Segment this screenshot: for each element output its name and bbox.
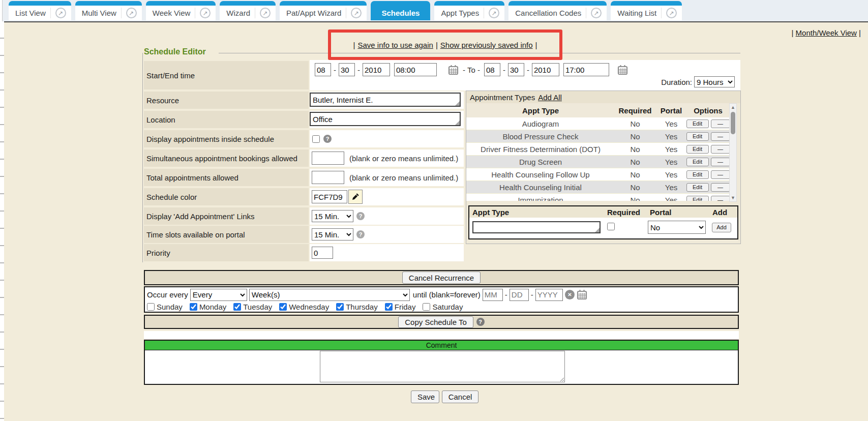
until-year-input[interactable] <box>535 289 563 301</box>
edit-button[interactable]: Edit <box>686 196 709 201</box>
cancel-button[interactable]: Cancel <box>442 390 478 403</box>
month-week-view-link[interactable]: Month/Week View <box>796 28 857 37</box>
tab-appt-types[interactable]: Appt Types ↗ <box>434 1 504 20</box>
edit-button[interactable]: Edit <box>686 170 709 179</box>
month-week-view-linkbar: | Month/Week View | <box>792 28 861 37</box>
copy-schedule-to-button[interactable]: Copy Schedule To <box>398 316 473 328</box>
simultaneous-input[interactable] <box>312 152 344 165</box>
scroll-down-icon[interactable]: ▼ <box>731 194 735 201</box>
external-link-icon[interactable]: ↗ <box>55 8 66 18</box>
edit-button[interactable]: Edit <box>686 145 709 154</box>
start-time-input[interactable] <box>394 63 437 76</box>
tab-waiting-list[interactable]: Waiting List ↗ <box>611 1 682 20</box>
location-label: Location <box>144 111 309 128</box>
end-month-input[interactable] <box>484 63 500 76</box>
thursday-checkbox[interactable] <box>336 303 344 311</box>
schedule-color-input[interactable] <box>312 190 347 203</box>
end-day-input[interactable] <box>508 63 524 76</box>
edit-button[interactable]: Edit <box>686 158 709 166</box>
table-scrollbar[interactable]: ▲ ▼ <box>729 103 737 202</box>
resize-grip-icon[interactable] <box>595 228 600 232</box>
duration-select[interactable]: 9 Hours <box>694 76 735 87</box>
new-appt-type-input[interactable] <box>472 221 601 233</box>
external-link-icon[interactable]: ↗ <box>666 8 677 18</box>
save-button[interactable]: Save <box>411 390 439 403</box>
monday-checkbox[interactable] <box>190 303 197 311</box>
tab-multi-view[interactable]: Multi View ↗ <box>75 1 142 20</box>
add-all-link[interactable]: Add All <box>538 93 562 102</box>
show-saved-info-link[interactable]: Show previously saved info <box>440 41 533 49</box>
end-time-input[interactable] <box>563 63 609 76</box>
day-thursday[interactable]: Thursday <box>336 303 378 311</box>
display-inside-checkbox[interactable] <box>312 135 320 143</box>
edit-button[interactable]: Edit <box>686 183 709 192</box>
tab-pat-appt-wizard[interactable]: Pat/Appt Wizard ↗ <box>280 1 367 20</box>
cancel-recurrence-button[interactable]: Cancel Recurrence <box>402 272 481 284</box>
resize-grip-icon[interactable] <box>455 101 460 106</box>
help-icon[interactable]: ? <box>323 135 332 143</box>
saturday-checkbox[interactable] <box>423 303 430 311</box>
external-link-icon[interactable]: ↗ <box>489 8 499 18</box>
tab-schedules[interactable]: Schedules <box>371 1 430 20</box>
tab-list-view[interactable]: List View ↗ <box>9 1 71 20</box>
external-link-icon[interactable]: ↗ <box>351 8 362 18</box>
scroll-up-icon[interactable]: ▲ <box>731 104 735 111</box>
resize-grip-icon[interactable] <box>455 121 460 125</box>
help-icon[interactable]: ? <box>356 212 365 220</box>
recurrence-period-select[interactable]: Week(s) <box>249 289 410 301</box>
remove-button[interactable]: — <box>711 119 730 128</box>
until-day-input[interactable] <box>510 289 529 301</box>
tab-wizard[interactable]: Wizard ↗ <box>220 1 276 20</box>
start-year-input[interactable] <box>363 63 390 76</box>
day-monday[interactable]: Monday <box>190 303 226 311</box>
table-row: ImmunizationNoYes Edit— <box>466 194 729 201</box>
new-appt-portal-select[interactable]: No <box>648 221 706 234</box>
clear-date-icon[interactable]: ✕ <box>565 290 575 299</box>
day-friday[interactable]: Friday <box>385 303 416 311</box>
remove-button[interactable]: — <box>711 158 730 166</box>
remove-button[interactable]: — <box>711 196 730 201</box>
portal-slots-interval-select[interactable]: 15 Min. <box>312 228 353 240</box>
help-icon[interactable]: ? <box>476 318 485 326</box>
scrollbar-thumb[interactable] <box>731 112 735 134</box>
day-tuesday[interactable]: Tuesday <box>233 303 272 311</box>
day-sunday[interactable]: Sunday <box>147 303 183 311</box>
external-link-icon[interactable]: ↗ <box>126 8 137 18</box>
color-picker-button[interactable] <box>348 190 363 204</box>
add-links-interval-select[interactable]: 15 Min. <box>312 210 353 222</box>
total-appointments-input[interactable] <box>312 171 344 184</box>
external-link-icon[interactable]: ↗ <box>591 8 602 18</box>
help-icon[interactable]: ? <box>356 230 365 238</box>
until-month-input[interactable] <box>483 289 503 301</box>
friday-checkbox[interactable] <box>385 303 393 311</box>
start-month-input[interactable] <box>315 63 331 76</box>
start-calendar-icon[interactable] <box>448 65 459 75</box>
recurrence-frequency-select[interactable]: Every <box>190 289 247 301</box>
remove-button[interactable]: — <box>711 183 730 192</box>
external-link-icon[interactable]: ↗ <box>260 8 271 18</box>
start-day-input[interactable] <box>339 63 355 76</box>
tab-week-view[interactable]: Week View ↗ <box>146 1 216 20</box>
until-calendar-icon[interactable] <box>577 289 587 300</box>
priority-input[interactable] <box>312 247 333 259</box>
remove-button[interactable]: — <box>711 132 730 141</box>
location-input[interactable] <box>310 112 461 126</box>
save-info-link[interactable]: Save info to use again <box>357 41 433 49</box>
day-wednesday[interactable]: Wednesday <box>279 303 329 311</box>
wednesday-checkbox[interactable] <box>279 303 287 311</box>
edit-button[interactable]: Edit <box>686 119 709 128</box>
add-appt-type-button[interactable]: Add <box>712 223 731 232</box>
end-calendar-icon[interactable] <box>617 65 628 75</box>
comment-textarea[interactable] <box>320 351 565 382</box>
day-saturday[interactable]: Saturday <box>423 303 463 311</box>
end-year-input[interactable] <box>532 63 559 76</box>
resource-input[interactable] <box>310 93 461 107</box>
new-appt-required-checkbox[interactable] <box>607 223 615 230</box>
external-link-icon[interactable]: ↗ <box>200 8 211 18</box>
tuesday-checkbox[interactable] <box>233 303 241 311</box>
sunday-checkbox[interactable] <box>147 303 155 311</box>
edit-button[interactable]: Edit <box>686 132 709 141</box>
remove-button[interactable]: — <box>711 170 730 179</box>
tab-cancellation-codes[interactable]: Cancellation Codes ↗ <box>508 1 607 20</box>
remove-button[interactable]: — <box>711 145 730 154</box>
